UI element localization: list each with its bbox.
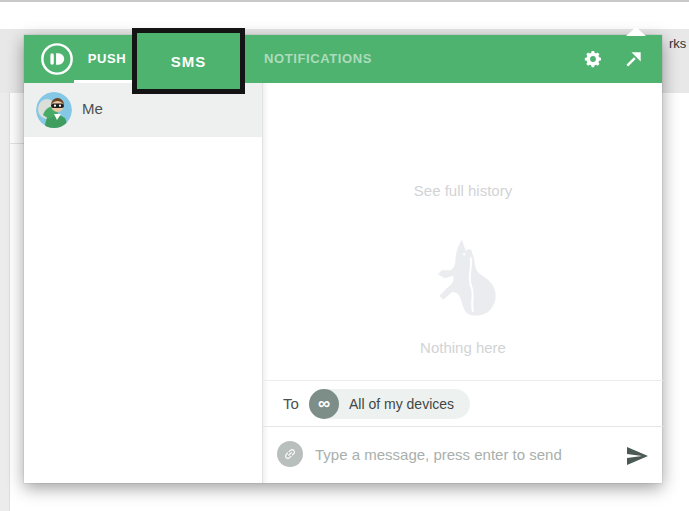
tab-notifications[interactable]: NOTIFICATIONS: [264, 35, 364, 83]
recipient-pill[interactable]: ∞ All of my devices: [309, 389, 470, 419]
recipient-row: To ∞ All of my devices: [263, 380, 663, 427]
all-devices-infinity-icon: ∞: [309, 389, 339, 419]
conversation-panel: See full history Nothing here To ∞ All o…: [262, 83, 662, 483]
settings-gear-icon[interactable]: [583, 49, 603, 69]
attach-link-icon[interactable]: [277, 441, 303, 467]
message-input[interactable]: [315, 440, 615, 468]
pushbullet-logo-icon: [40, 42, 74, 76]
send-icon[interactable]: [622, 444, 652, 468]
conversation-name: Me: [82, 100, 103, 117]
conversation-sidebar: Me: [24, 83, 262, 483]
pushbullet-popup: PUSH SMS NOTIFICATIONS: [24, 35, 662, 483]
page-gutter: [0, 93, 10, 511]
browser-toolbar: [0, 0, 689, 29]
page-text-fragment: rks: [669, 36, 686, 51]
to-label: To: [283, 395, 299, 412]
sms-annotation-label: SMS: [171, 53, 207, 70]
page-row-divider: [10, 143, 25, 144]
empty-state-text: Nothing here: [263, 339, 663, 356]
tab-push-label: PUSH: [88, 51, 127, 66]
see-full-history-link[interactable]: See full history: [263, 182, 663, 199]
unicorn-icon: [425, 235, 505, 327]
avatar: [36, 92, 72, 128]
tab-notifications-label: NOTIFICATIONS: [264, 51, 372, 66]
popup-anchor-triangle: [626, 27, 646, 36]
compose-row: [263, 427, 663, 483]
sms-tab-highlight-annotation[interactable]: SMS: [132, 28, 245, 94]
popout-arrow-icon[interactable]: [624, 49, 644, 69]
popup-header: PUSH SMS NOTIFICATIONS: [24, 35, 662, 83]
tab-push[interactable]: PUSH: [74, 35, 140, 83]
recipient-label: All of my devices: [349, 396, 454, 412]
